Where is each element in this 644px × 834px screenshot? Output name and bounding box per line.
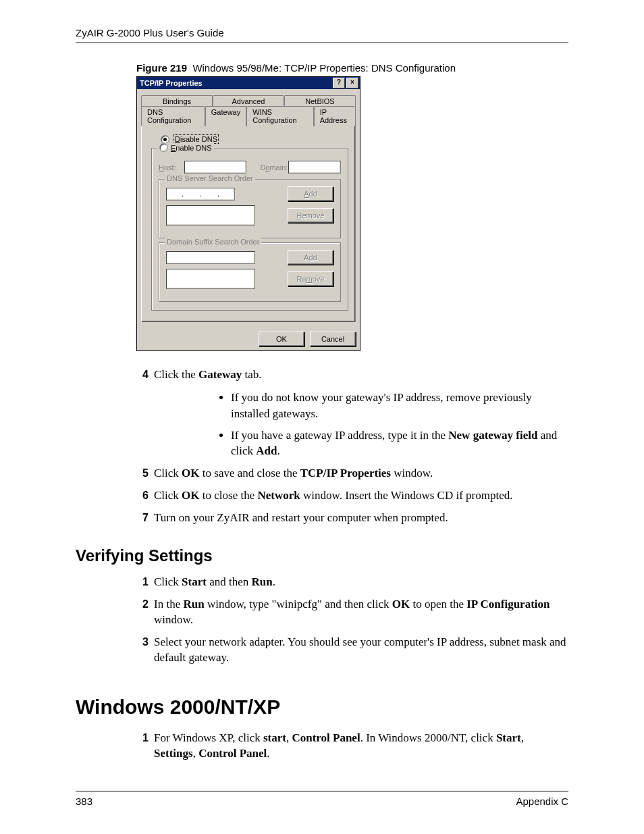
dialog-body: Bindings Advanced NetBIOS DNS Configurat… xyxy=(137,89,360,326)
verify-step-1: 1 Click Start and then Run. xyxy=(136,575,568,590)
heading-verifying-settings: Verifying Settings xyxy=(76,546,568,565)
help-button[interactable]: ? xyxy=(333,78,345,88)
step-4-bullets: If you do not know your gateway's IP add… xyxy=(231,390,568,459)
verify-step-2: 2 In the Run window, type "winipcfg" and… xyxy=(136,597,568,628)
step-number: 2 xyxy=(136,597,149,628)
step-number: 4 xyxy=(136,367,149,383)
tab-gateway[interactable]: Gateway xyxy=(205,106,246,126)
tab-advanced[interactable]: Advanced xyxy=(213,95,284,107)
disable-dns-label: Disable DNS xyxy=(173,134,219,144)
appendix-label: Appendix C xyxy=(516,796,568,807)
tcpip-properties-dialog: TCP/IP Properties ? × Bindings Advanced … xyxy=(136,76,360,351)
win2k-step-1: 1 For Windows XP, click start, Control P… xyxy=(136,731,568,762)
tab-ip-address[interactable]: IP Address xyxy=(314,106,356,126)
dns-list[interactable] xyxy=(166,205,255,226)
suffix-list[interactable] xyxy=(166,269,255,289)
host-input[interactable] xyxy=(184,161,246,174)
dns-remove-button[interactable]: Remove xyxy=(288,208,333,223)
enable-dns-radio[interactable] xyxy=(159,143,168,152)
close-button[interactable]: × xyxy=(346,78,358,88)
bullet: If you do not know your gateway's IP add… xyxy=(231,390,568,422)
dialog-footer: OK Cancel xyxy=(137,326,360,350)
suffix-remove-button[interactable]: Remove xyxy=(288,271,333,286)
host-label: Host: xyxy=(159,163,184,172)
dialog-titlebar: TCP/IP Properties ? × xyxy=(137,77,360,89)
heading-windows-2000-nt-xp: Windows 2000/NT/XP xyxy=(76,696,568,719)
domain-label: Domain: xyxy=(260,163,288,172)
domain-input[interactable] xyxy=(288,161,341,174)
dns-server-legend: DNS Server Search Order xyxy=(165,174,255,182)
step-number: 1 xyxy=(136,731,149,762)
step-number: 3 xyxy=(136,635,149,666)
step-6: 6 Click OK to close the Network window. … xyxy=(136,488,568,504)
disable-dns-radio[interactable] xyxy=(161,135,169,144)
cancel-button[interactable]: Cancel xyxy=(310,332,356,346)
step-number: 6 xyxy=(136,488,149,504)
dialog-title: TCP/IP Properties xyxy=(140,79,331,87)
tab-dns-configuration[interactable]: DNS Configuration xyxy=(141,106,205,126)
page-number: 383 xyxy=(76,796,92,807)
running-header: ZyAIR G-2000 Plus User's Guide xyxy=(76,27,568,43)
enable-dns-group: Enable DNS Host: Domain: DNS Server Sear… xyxy=(151,148,348,311)
step-5: 5 Click OK to save and close the TCP/IP … xyxy=(136,466,568,481)
step-4: 4 Click the Gateway tab. xyxy=(136,367,568,383)
dns-ip-input[interactable]: ... xyxy=(166,188,235,201)
tab-netbios[interactable]: NetBIOS xyxy=(284,95,356,107)
disable-dns-row[interactable]: Disable DNS xyxy=(161,134,348,144)
step-7: 7 Turn on your ZyAIR and restart your co… xyxy=(136,511,568,526)
step-number: 7 xyxy=(136,511,149,526)
bullet: If you have a gateway IP address, type i… xyxy=(231,427,568,460)
enable-dns-label: Enable DNS xyxy=(171,144,212,152)
ok-button[interactable]: OK xyxy=(259,332,304,346)
figure-caption: Figure 219 Windows 95/98/Me: TCP/IP Prop… xyxy=(136,62,568,74)
figure-number: Figure 219 xyxy=(136,62,187,74)
step-number: 1 xyxy=(136,575,149,590)
dns-configuration-pane: Disable DNS Enable DNS Host: Domain: xyxy=(141,126,356,322)
dialog-tabs: Bindings Advanced NetBIOS DNS Configurat… xyxy=(141,95,356,126)
step-number: 5 xyxy=(136,466,149,481)
dns-add-button[interactable]: Add xyxy=(288,186,333,201)
suffix-add-button[interactable]: Add xyxy=(288,250,333,265)
domain-suffix-legend: Domain Suffix Search Order xyxy=(165,238,261,246)
tab-bindings[interactable]: Bindings xyxy=(141,95,213,107)
page-footer: 383 Appendix C xyxy=(76,791,568,807)
tab-wins-configuration[interactable]: WINS Configuration xyxy=(246,106,313,126)
figure-title: Windows 95/98/Me: TCP/IP Properties: DNS… xyxy=(192,62,456,74)
verify-step-3: 3 Select your network adapter. You shoul… xyxy=(136,635,568,666)
suffix-input[interactable] xyxy=(166,251,255,264)
dns-server-search-order-group: DNS Server Search Order ... Add Remove xyxy=(159,179,341,238)
enable-dns-legend: Enable DNS xyxy=(157,143,214,153)
domain-suffix-search-order-group: Domain Suffix Search Order Add Remove xyxy=(159,242,341,302)
